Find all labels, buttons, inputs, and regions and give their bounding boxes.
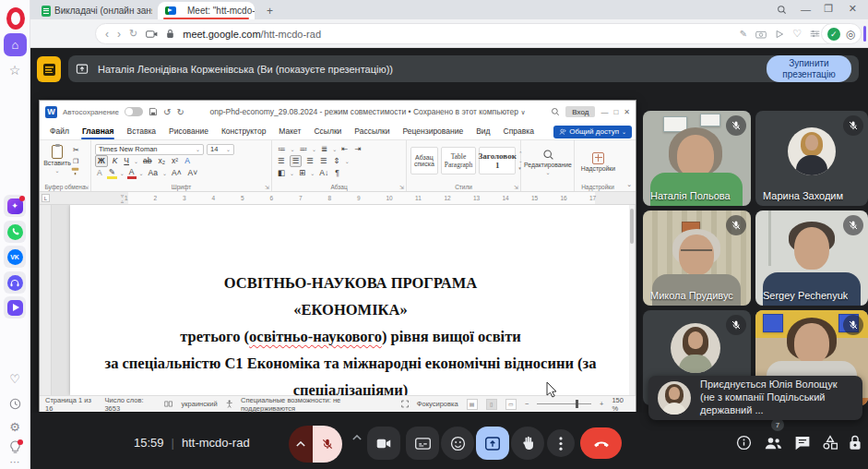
chat-button[interactable] — [794, 435, 811, 451]
menu-design[interactable]: Конструктор — [215, 124, 272, 138]
zoom-level[interactable]: 150 % — [612, 396, 630, 413]
headphones-icon[interactable] — [4, 271, 26, 294]
style-heading1[interactable]: Заголовок 1 — [479, 147, 516, 174]
menu-references[interactable]: Ссылки — [307, 124, 348, 138]
settings-gear-icon[interactable]: ⚙ — [0, 420, 30, 434]
vertical-ruler[interactable] — [40, 205, 52, 395]
proofing-icon[interactable] — [164, 400, 172, 408]
vk-icon[interactable]: VK — [4, 246, 26, 268]
signin-button[interactable]: Вход — [565, 106, 595, 117]
more-options-button[interactable] — [547, 429, 575, 457]
bookmarks-star-icon[interactable]: ☆ — [0, 63, 30, 78]
stop-presenting-button[interactable]: Зупинити презентацію — [767, 55, 851, 82]
addins-button[interactable]: Надстройки — [578, 143, 618, 180]
bold-button[interactable]: Ж — [95, 155, 108, 167]
forward-icon[interactable]: › — [117, 29, 121, 40]
menu-view[interactable]: Вид — [470, 124, 496, 138]
word-search-icon[interactable] — [551, 107, 560, 116]
strikethrough-button[interactable]: ab — [141, 156, 153, 166]
format-painter-icon[interactable] — [71, 167, 79, 175]
menu-mailings[interactable]: Рассылки — [348, 124, 396, 138]
people-button[interactable] — [764, 435, 782, 451]
back-icon[interactable]: ‹ — [105, 29, 109, 40]
window-minimize-button[interactable]: — — [801, 5, 811, 15]
flow-play-icon[interactable] — [775, 30, 784, 39]
present-button-active[interactable] — [476, 427, 509, 460]
bullets-button[interactable]: ≔ — [276, 144, 288, 154]
menu-layout[interactable]: Макет — [272, 124, 307, 138]
underline-button[interactable]: Ч — [122, 156, 131, 166]
likes-heart-icon[interactable]: ♡ — [0, 372, 30, 386]
meeting-details-button[interactable] — [736, 435, 752, 451]
sidebar-panel-toggle[interactable] — [863, 26, 866, 42]
multilevel-list-button[interactable]: ≣ — [319, 144, 329, 154]
end-call-button[interactable] — [580, 427, 622, 459]
web-layout-button[interactable]: ▭ — [505, 399, 517, 410]
autosave-toggle[interactable] — [125, 107, 143, 116]
raise-hand-button[interactable] — [511, 427, 544, 460]
host-controls-button[interactable] — [848, 435, 862, 451]
reactions-button[interactable] — [441, 427, 474, 460]
align-left-button[interactable]: ☰ — [276, 156, 287, 166]
font-name-select[interactable]: Times New Roman⌄ — [95, 144, 204, 155]
copy-icon[interactable]: ❐ — [71, 157, 81, 165]
word-count[interactable]: Число слов: 3653 — [104, 396, 156, 413]
whatsapp-icon[interactable] — [4, 221, 26, 243]
participant-tile[interactable]: Наталія Польова — [643, 111, 751, 206]
sidebar-app-icon[interactable]: ✦ — [4, 195, 26, 217]
menu-home[interactable]: Главная — [76, 124, 121, 138]
paste-button[interactable]: Вставить⌄ — [43, 143, 71, 175]
cut-icon[interactable]: ✂ — [71, 146, 81, 155]
editing-button[interactable]: Редактирование⌄ — [525, 143, 571, 180]
style-table-paragraph[interactable]: Table Paragraph — [441, 147, 476, 174]
horizontal-ruler[interactable]: L 1234567891011121314151617 ▿▵ — [40, 192, 636, 205]
vertical-scrollbar[interactable] — [629, 205, 635, 395]
undo-icon[interactable]: ↺ — [163, 107, 171, 117]
extensions-box[interactable]: ✓ ◎ — [821, 23, 862, 44]
word-maximize-button[interactable]: □ — [613, 108, 618, 116]
camera-options-chevron[interactable] — [352, 435, 362, 440]
word-close-button[interactable]: ✕ — [624, 108, 630, 116]
zoom-out-button[interactable]: − — [525, 400, 529, 408]
borders-button[interactable]: ⊞ — [297, 168, 307, 178]
language-indicator[interactable]: украинский — [182, 400, 218, 408]
participant-tile[interactable]: Марина Заходим — [755, 111, 868, 206]
opera-logo-icon[interactable] — [6, 7, 25, 30]
favorites-heart-icon[interactable]: ♡ — [792, 29, 802, 39]
indent-markers[interactable]: ▿▵ — [121, 193, 124, 204]
tab-sheets[interactable]: Викладачі (онлайн занят — [34, 2, 152, 19]
redo-icon[interactable]: ↻ — [176, 107, 184, 117]
mic-options-chevron[interactable] — [289, 426, 313, 463]
document-area[interactable]: ОСВІТНЬО-НАУКОВА ПРОГРАМА «ЕКОНОМІКА» тр… — [40, 205, 636, 395]
sidebar-home-button[interactable]: ⌂ — [4, 33, 27, 56]
shading-button[interactable]: ◧ — [276, 168, 287, 178]
shrink-font-button[interactable]: A˅ — [186, 168, 200, 178]
page-indicator[interactable]: Страница 1 из 16 — [45, 396, 96, 413]
sidebar-more-icon[interactable]: ⋯ — [0, 456, 30, 468]
ribbon-collapse-icon[interactable]: ⌄ — [626, 181, 632, 188]
participant-tile[interactable]: Sergey Pechenyuk — [755, 210, 868, 306]
subscript-button[interactable]: x₂ — [157, 156, 168, 166]
highlight-button[interactable]: ✎ — [107, 167, 117, 180]
tab-tools-icon[interactable] — [146, 30, 158, 39]
share-button[interactable]: Общий доступ⌄ — [553, 126, 632, 138]
reload-icon[interactable]: ↻ — [129, 29, 137, 39]
align-right-button[interactable]: ☰ — [304, 156, 315, 166]
style-list-paragraph[interactable]: Абзац списка — [410, 147, 438, 174]
focus-button[interactable]: Фокусировка — [417, 400, 458, 408]
history-clock-icon[interactable] — [9, 398, 21, 410]
extension-check-icon[interactable]: ✓ — [827, 28, 840, 41]
menu-insert[interactable]: Вставка — [120, 124, 162, 138]
sliders-icon[interactable] — [810, 30, 820, 38]
snapshot-camera-icon[interactable] — [755, 30, 767, 39]
mic-muted-button[interactable] — [313, 426, 342, 463]
accessibility-status[interactable]: Специальные возможности: не поддерживают… — [241, 396, 385, 413]
font-color-button[interactable]: А — [127, 167, 137, 180]
address-bar[interactable]: ‹ › ↻ meet.google.com/htt-mcdo-rad ✎ ♡ — [95, 23, 849, 44]
player-icon[interactable] — [4, 296, 26, 319]
pilcrow-button[interactable]: ¶ — [333, 168, 341, 178]
zoom-in-button[interactable]: + — [600, 400, 603, 408]
search-icon[interactable] — [777, 5, 787, 15]
numbering-button[interactable]: ≕ — [298, 144, 310, 154]
save-icon[interactable] — [149, 107, 158, 116]
